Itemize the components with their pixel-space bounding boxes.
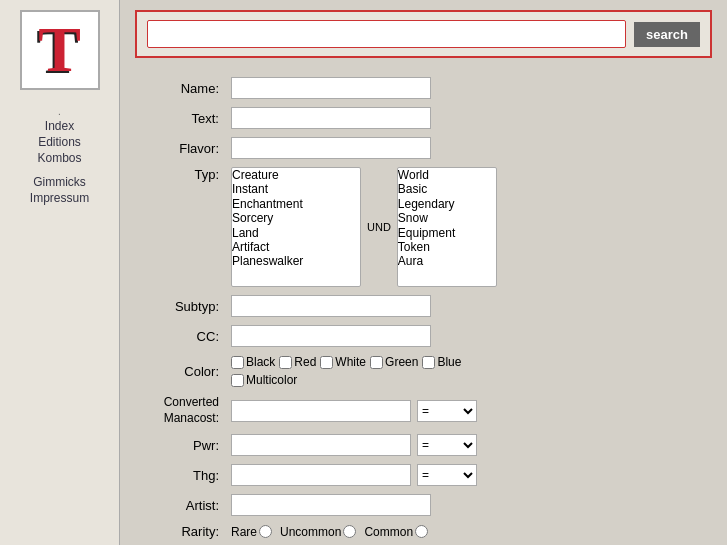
color-row: Color: Black Red White xyxy=(135,351,712,391)
cc-input[interactable] xyxy=(231,325,431,347)
sidebar-dot: . xyxy=(58,106,61,117)
color-white[interactable]: White xyxy=(320,355,366,369)
type-list1[interactable]: Creature Instant Enchantment Sorcery Lan… xyxy=(231,167,361,287)
sidebar-link-gimmicks[interactable]: Gimmicks xyxy=(33,175,86,189)
sidebar-nav1: Index Editions Kombos xyxy=(37,119,81,165)
subtyp-label: Subtyp: xyxy=(135,291,225,321)
cmc-label-line1: Converted xyxy=(164,395,219,409)
pwr-input[interactable] xyxy=(231,434,411,456)
cmc-input[interactable] xyxy=(231,400,411,422)
pwr-label: Pwr: xyxy=(135,430,225,460)
artist-input[interactable] xyxy=(231,494,431,516)
flavor-label: Flavor: xyxy=(135,133,225,163)
color-white-checkbox[interactable] xyxy=(320,356,333,369)
color-black-checkbox[interactable] xyxy=(231,356,244,369)
thg-row: Thg: = < > <= >= xyxy=(135,460,712,490)
rarity-row: Rarity: Rare Uncommon Common xyxy=(135,520,712,543)
color-blue[interactable]: Blue xyxy=(422,355,461,369)
rarity-uncommon[interactable]: Uncommon xyxy=(280,525,356,539)
rarity-rare[interactable]: Rare xyxy=(231,525,272,539)
thg-input-row: = < > <= >= xyxy=(231,464,706,486)
artist-label: Artist: xyxy=(135,490,225,520)
rarity-common-radio[interactable] xyxy=(415,525,428,538)
type-list2[interactable]: World Basic Legendary Snow Equipment Tok… xyxy=(397,167,497,287)
rarity-options: Rare Uncommon Common xyxy=(231,525,706,539)
search-button[interactable]: search xyxy=(634,22,700,47)
cmc-eq-select[interactable]: = < > <= >= != xyxy=(417,400,477,422)
search-bar: search xyxy=(135,10,712,58)
name-row: Name: xyxy=(135,73,712,103)
logo-letter: T xyxy=(38,18,81,82)
pwr-input-row: = < > <= >= xyxy=(231,434,706,456)
cc-row: CC: xyxy=(135,321,712,351)
color-red[interactable]: Red xyxy=(279,355,316,369)
main-content: search Name: Text: xyxy=(120,0,727,545)
color-label: Color: xyxy=(135,351,225,391)
pwr-row: Pwr: = < > <= >= xyxy=(135,430,712,460)
thg-input[interactable] xyxy=(231,464,411,486)
cmc-row: Converted Manacost: = < > <= >= xyxy=(135,391,712,430)
pwr-eq-select[interactable]: = < > <= >= xyxy=(417,434,477,456)
rarity-uncommon-radio[interactable] xyxy=(343,525,356,538)
typ-row: Typ: Creature Instant Enchantment Sorcer… xyxy=(135,163,712,291)
sidebar-link-index[interactable]: Index xyxy=(45,119,74,133)
sidebar-link-kombos[interactable]: Kombos xyxy=(37,151,81,165)
cmc-label-line2: Manacost: xyxy=(164,411,219,425)
search-input[interactable] xyxy=(147,20,626,48)
typ-label: Typ: xyxy=(135,163,225,291)
artist-row: Artist: xyxy=(135,490,712,520)
thg-label: Thg: xyxy=(135,460,225,490)
multicolor-row: Multicolor xyxy=(231,373,706,387)
rarity-common[interactable]: Common xyxy=(364,525,428,539)
cc-label: CC: xyxy=(135,321,225,351)
cmc-input-row: = < > <= >= != xyxy=(231,400,706,422)
flavor-input[interactable] xyxy=(231,137,431,159)
und-label: UND xyxy=(365,221,393,233)
color-checkboxes: Black Red White Green xyxy=(231,355,706,369)
subtyp-row: Subtyp: xyxy=(135,291,712,321)
multicolor-checkbox[interactable] xyxy=(231,374,244,387)
sidebar-link-impressum[interactable]: Impressum xyxy=(30,191,89,205)
rarity-label: Rarity: xyxy=(135,520,225,543)
color-blue-checkbox[interactable] xyxy=(422,356,435,369)
name-input[interactable] xyxy=(231,77,431,99)
text-row: Text: xyxy=(135,103,712,133)
text-input[interactable] xyxy=(231,107,431,129)
color-black[interactable]: Black xyxy=(231,355,275,369)
color-green[interactable]: Green xyxy=(370,355,418,369)
flavor-row: Flavor: xyxy=(135,133,712,163)
type-container: Creature Instant Enchantment Sorcery Lan… xyxy=(231,167,706,287)
search-form: Name: Text: Flavor: xyxy=(135,73,712,545)
color-red-checkbox[interactable] xyxy=(279,356,292,369)
text-label: Text: xyxy=(135,103,225,133)
name-label: Name: xyxy=(135,73,225,103)
sidebar-nav2: Gimmicks Impressum xyxy=(30,175,89,205)
rarity-rare-radio[interactable] xyxy=(259,525,272,538)
subtyp-input[interactable] xyxy=(231,295,431,317)
sidebar: T . Index Editions Kombos Gimmicks Impre… xyxy=(0,0,120,545)
color-green-checkbox[interactable] xyxy=(370,356,383,369)
logo-box: T xyxy=(20,10,100,90)
multicolor-label: Multicolor xyxy=(246,373,297,387)
sidebar-link-editions[interactable]: Editions xyxy=(38,135,81,149)
thg-eq-select[interactable]: = < > <= >= xyxy=(417,464,477,486)
